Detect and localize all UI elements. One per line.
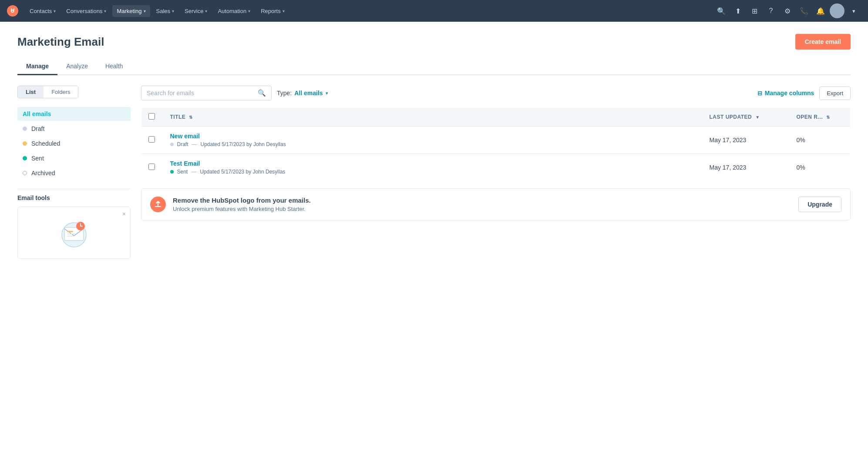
search-input[interactable] xyxy=(147,90,254,97)
email-tools-title: Email tools xyxy=(17,194,131,201)
type-label: Type: xyxy=(277,90,292,97)
sidebar-item-draft[interactable]: Draft xyxy=(17,122,131,136)
search-box[interactable]: 🔍 xyxy=(141,86,272,100)
nav-reports[interactable]: Reports▾ xyxy=(256,5,289,17)
select-all-header xyxy=(141,108,163,127)
title-column-header[interactable]: TITLE ⇅ xyxy=(163,108,703,127)
settings-icon[interactable]: ⚙ xyxy=(780,3,795,18)
row-checkbox-cell xyxy=(141,154,163,181)
tab-manage[interactable]: Manage xyxy=(17,58,57,75)
content-area: List Folders All emails Draft Scheduled … xyxy=(17,86,851,259)
nav-conversations[interactable]: Conversations▾ xyxy=(62,5,111,17)
row-1-open-rate: 0% xyxy=(790,127,851,154)
table-row: Test Email Sent — Updated 5/17/2023 by J… xyxy=(141,154,851,181)
email-tools-card: × xyxy=(17,207,131,259)
type-dropdown-chevron[interactable]: ▾ xyxy=(326,90,328,96)
upgrade-subtitle: Unlock premium features with Marketing H… xyxy=(173,206,791,212)
row-2-title-cell: Test Email Sent — Updated 5/17/2023 by J… xyxy=(163,154,703,181)
notifications-icon[interactable]: 🔔 xyxy=(813,3,828,18)
list-view-button[interactable]: List xyxy=(18,86,44,98)
tools-close-button[interactable]: × xyxy=(122,210,126,217)
sidebar-item-scheduled[interactable]: Scheduled xyxy=(17,137,131,150)
row-2-status-dot xyxy=(170,170,174,174)
svg-rect-4 xyxy=(67,234,76,234)
table-row: New email Draft — Updated 5/17/2023 by J… xyxy=(141,127,851,154)
marketplace-icon[interactable]: ⊞ xyxy=(747,3,762,18)
columns-icon: ⊟ xyxy=(757,90,762,97)
main-content: 🔍 Type: All emails ▾ ⊟ Manage columns Ex… xyxy=(141,86,851,259)
sidebar-item-sent[interactable]: Sent xyxy=(17,151,131,165)
sidebar-item-archived[interactable]: Archived xyxy=(17,166,131,180)
type-filter: Type: All emails ▾ xyxy=(277,90,328,97)
sidebar-item-all-emails[interactable]: All emails xyxy=(17,107,131,121)
manage-columns-button[interactable]: ⊟ Manage columns xyxy=(757,90,814,97)
upgrade-text: Remove the HubSpot logo from your emails… xyxy=(173,197,791,212)
user-avatar[interactable] xyxy=(830,3,844,18)
top-navigation: Contacts▾ Conversations▾ Marketing▾ Sale… xyxy=(0,0,868,22)
nav-automation[interactable]: Automation▾ xyxy=(213,5,255,17)
row-1-status-dot xyxy=(170,143,174,146)
toolbar-right: ⊟ Manage columns Export xyxy=(757,87,851,100)
create-email-button[interactable]: Create email xyxy=(795,34,851,50)
main-tabs: Manage Analyze Health xyxy=(17,58,851,75)
tab-health[interactable]: Health xyxy=(97,58,131,75)
open-rate-column-header[interactable]: OPEN R... ⇅ xyxy=(790,108,851,127)
sidebar-divider xyxy=(17,189,131,189)
search-icon[interactable]: 🔍 xyxy=(714,3,729,18)
nav-icon-group: 🔍 ⬆ ⊞ ? ⚙ 📞 🔔 ▾ xyxy=(714,3,861,18)
sidebar-nav: All emails Draft Scheduled Sent Archived xyxy=(17,107,131,180)
email-table: TITLE ⇅ LAST UPDATED ▼ OPEN R... ⇅ xyxy=(141,107,851,181)
archived-status-dot xyxy=(23,171,27,175)
page-header: Marketing Email Create email xyxy=(17,34,851,50)
svg-point-0 xyxy=(7,5,18,17)
svg-rect-3 xyxy=(67,231,73,232)
row-2-meta-text: Updated 5/17/2023 by John Desyllas xyxy=(200,169,285,175)
type-value-selector[interactable]: All emails xyxy=(294,90,323,97)
nav-contacts[interactable]: Contacts▾ xyxy=(25,5,60,17)
row-2-open-rate: 0% xyxy=(790,154,851,181)
row-1-title-link[interactable]: New email xyxy=(170,133,696,140)
row-checkbox-cell xyxy=(141,127,163,154)
search-icon: 🔍 xyxy=(258,89,266,97)
upgrade-icon xyxy=(150,197,166,212)
toolbar: 🔍 Type: All emails ▾ ⊟ Manage columns Ex… xyxy=(141,86,851,100)
nav-marketing[interactable]: Marketing▾ xyxy=(112,5,150,17)
upgrade-banner: Remove the HubSpot logo from your emails… xyxy=(141,188,851,220)
row-2-last-updated: May 17, 2023 xyxy=(703,154,790,181)
view-toggle: List Folders xyxy=(17,86,78,98)
row-2-meta: Sent — Updated 5/17/2023 by John Desylla… xyxy=(170,169,696,175)
svg-rect-5 xyxy=(67,236,74,237)
row-1-checkbox[interactable] xyxy=(148,136,155,143)
folders-view-button[interactable]: Folders xyxy=(44,86,78,98)
row-1-title-cell: New email Draft — Updated 5/17/2023 by J… xyxy=(163,127,703,154)
page-title: Marketing Email xyxy=(17,35,104,49)
help-icon[interactable]: ? xyxy=(764,3,778,18)
row-2-title-link[interactable]: Test Email xyxy=(170,160,696,167)
nav-sales[interactable]: Sales▾ xyxy=(152,5,179,17)
select-all-checkbox[interactable] xyxy=(148,113,155,120)
export-button[interactable]: Export xyxy=(819,87,851,100)
open-rate-sort-icon: ⇅ xyxy=(826,115,830,120)
row-1-meta-text: Updated 5/17/2023 by John Desyllas xyxy=(201,141,286,147)
expand-icon[interactable]: ▾ xyxy=(846,3,861,18)
upgrade-title: Remove the HubSpot logo from your emails… xyxy=(173,197,791,204)
page-wrapper: Marketing Email Create email Manage Anal… xyxy=(0,22,868,464)
nav-service[interactable]: Service▾ xyxy=(180,5,212,17)
sent-status-dot xyxy=(23,156,27,160)
row-2-status: Sent xyxy=(177,169,188,175)
phone-icon[interactable]: 📞 xyxy=(797,3,811,18)
row-1-status: Draft xyxy=(177,141,188,147)
last-updated-column-header[interactable]: LAST UPDATED ▼ xyxy=(703,108,790,127)
row-2-checkbox[interactable] xyxy=(148,164,155,170)
upgrade-button[interactable]: Upgrade xyxy=(798,197,841,212)
sidebar: List Folders All emails Draft Scheduled … xyxy=(17,86,131,259)
draft-status-dot xyxy=(23,127,27,131)
hubspot-logo[interactable] xyxy=(7,5,18,17)
scheduled-status-dot xyxy=(23,141,27,146)
upload-icon[interactable]: ⬆ xyxy=(730,3,745,18)
table-header: TITLE ⇅ LAST UPDATED ▼ OPEN R... ⇅ xyxy=(141,108,851,127)
table-body: New email Draft — Updated 5/17/2023 by J… xyxy=(141,127,851,181)
row-1-meta: Draft — Updated 5/17/2023 by John Desyll… xyxy=(170,141,696,147)
tab-analyze[interactable]: Analyze xyxy=(57,58,97,75)
row-1-last-updated: May 17, 2023 xyxy=(703,127,790,154)
